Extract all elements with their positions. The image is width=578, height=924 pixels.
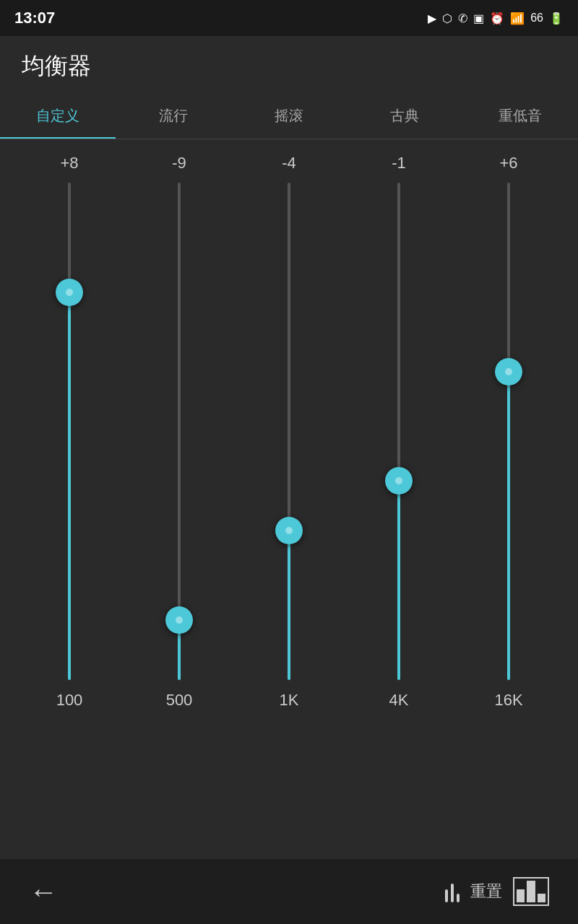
eq-colored-track-100 — [68, 292, 71, 680]
battery-icon: 🔋 — [549, 12, 564, 25]
play-icon: ▶ — [428, 12, 436, 25]
eq-thumb-500[interactable] — [165, 606, 193, 634]
eq-thumb-dot-100 — [66, 289, 73, 296]
status-time: 13:07 — [14, 9, 55, 27]
eq-colored-track-16K — [507, 372, 510, 680]
status-icons: ▶ ⬡ ✆ ▣ ⏰ 📶 66 🔋 — [428, 12, 564, 25]
eq-freq-100: 100 — [56, 691, 83, 717]
eq-thumb-dot-4K — [395, 477, 402, 484]
message-icon: ▣ — [473, 12, 484, 25]
eq-icon-bar2 — [451, 884, 454, 902]
eq-track-bg-500 — [178, 183, 181, 680]
tab-bass[interactable]: 重低音 — [462, 93, 578, 139]
eq-band-16K: +616K — [454, 154, 564, 717]
status-bar: 13:07 ▶ ⬡ ✆ ▣ ⏰ 📶 66 🔋 — [0, 0, 578, 36]
tab-rock[interactable]: 摇滚 — [231, 93, 347, 139]
eq-freq-4K: 4K — [389, 691, 409, 717]
eq-freq-1K: 1K — [280, 691, 299, 717]
eq-track-4K[interactable] — [397, 183, 400, 680]
eq-band-1K: -41K — [234, 154, 344, 717]
eq-thumb-16K[interactable] — [495, 358, 522, 385]
eq-colored-track-1K — [288, 531, 290, 680]
usb-icon: ⬡ — [442, 12, 452, 25]
app-title: 均衡器 — [0, 36, 578, 93]
eq-value-4K: -1 — [392, 154, 406, 175]
eq-icon-bar1 — [445, 889, 448, 902]
eq-thumb-dot-16K — [505, 368, 512, 375]
eq-value-1K: -4 — [282, 154, 296, 175]
signal-icon: 📶 — [510, 12, 525, 25]
eq-band-500: -9500 — [124, 154, 234, 717]
tab-pop[interactable]: 流行 — [116, 93, 231, 139]
eq-band-4K: -14K — [344, 154, 454, 717]
eq-thumb-dot-500 — [176, 616, 183, 624]
eq-icon — [445, 881, 460, 902]
waveform-icon[interactable] — [513, 877, 549, 906]
clock-icon: ⏰ — [490, 12, 504, 25]
eq-value-16K: +6 — [499, 154, 517, 175]
eq-thumb-1K[interactable] — [275, 517, 303, 544]
eq-band-100: +8100 — [14, 154, 124, 717]
eq-track-100[interactable] — [68, 183, 71, 680]
eq-freq-500: 500 — [166, 691, 193, 717]
eq-value-500: -9 — [172, 154, 186, 175]
battery-level: 66 — [530, 12, 543, 25]
wf-bar-2 — [527, 881, 535, 902]
tab-classic[interactable]: 古典 — [347, 93, 462, 139]
reset-button[interactable]: 重置 — [470, 881, 502, 902]
eq-track-1K[interactable] — [288, 183, 290, 680]
tab-custom[interactable]: 自定义 — [0, 93, 116, 139]
eq-thumb-4K[interactable] — [385, 467, 413, 494]
eq-track-16K[interactable] — [507, 183, 510, 680]
wf-bar-3 — [538, 894, 545, 902]
bottom-nav: ← 重置 — [0, 859, 578, 924]
eq-thumb-dot-1K — [285, 527, 293, 534]
eq-thumb-100[interactable] — [56, 279, 83, 306]
eq-colored-track-4K — [397, 481, 400, 680]
eq-value-100: +8 — [60, 154, 78, 175]
eq-freq-16K: 16K — [494, 691, 522, 717]
tab-bar: 自定义 流行 摇滚 古典 重低音 — [0, 93, 578, 139]
wf-bar-1 — [517, 889, 525, 902]
eq-track-500[interactable] — [178, 183, 181, 680]
equalizer-area: +8100-9500-41K-14K+616K — [0, 139, 578, 717]
phone-icon: ✆ — [458, 12, 467, 25]
back-button[interactable]: ← — [29, 876, 58, 908]
reset-area: 重置 — [445, 877, 549, 906]
eq-icon-bar3 — [457, 894, 460, 902]
